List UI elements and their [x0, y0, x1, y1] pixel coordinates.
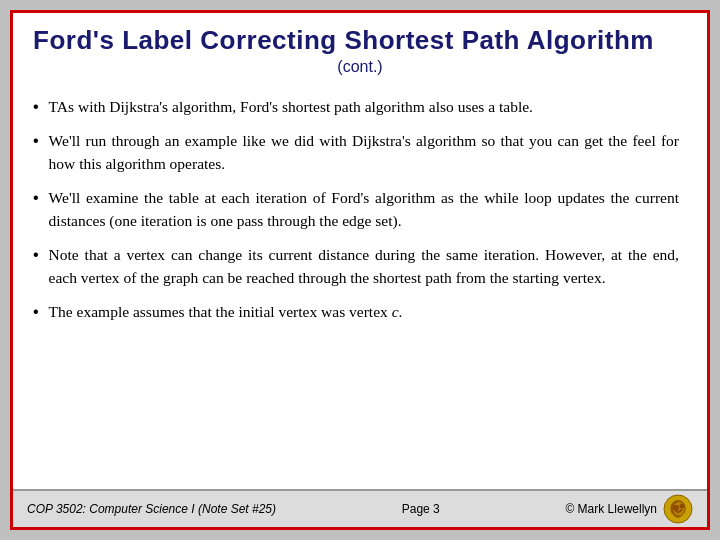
svg-point-2 [679, 504, 684, 509]
slide-header: Ford's Label Correcting Shortest Path Al… [13, 13, 707, 80]
footer-logo-icon [663, 494, 693, 524]
bullet-text-3: We'll examine the table at each iteratio… [49, 187, 679, 232]
slide: Ford's Label Correcting Shortest Path Al… [10, 10, 710, 530]
bullet-text-1: TAs with Dijkstra's algorithm, Ford's sh… [49, 96, 533, 118]
bullet-dot-3: • [33, 189, 39, 207]
slide-footer: COP 3502: Computer Science I (Note Set #… [13, 489, 707, 527]
bullet-item-3: • We'll examine the table at each iterat… [33, 187, 679, 232]
bullet-dot-2: • [33, 132, 39, 150]
bullet-text-4: Note that a vertex can change its curren… [49, 244, 679, 289]
slide-title: Ford's Label Correcting Shortest Path Al… [33, 25, 687, 56]
footer-copyright: © Mark Llewellyn [565, 502, 657, 516]
bullet-item-4: • Note that a vertex can change its curr… [33, 244, 679, 289]
footer-page: Page 3 [402, 502, 440, 516]
bullet-dot-1: • [33, 98, 39, 116]
svg-point-1 [673, 505, 679, 511]
bullet-text-5: The example assumes that the initial ver… [49, 301, 403, 323]
bullet-dot-5: • [33, 303, 39, 321]
footer-course-info: COP 3502: Computer Science I (Note Set #… [27, 502, 276, 516]
bullet-dot-4: • [33, 246, 39, 264]
footer-right: © Mark Llewellyn [565, 494, 693, 524]
bullet-text-2: We'll run through an example like we did… [49, 130, 679, 175]
bullet-item-2: • We'll run through an example like we d… [33, 130, 679, 175]
slide-content: • TAs with Dijkstra's algorithm, Ford's … [13, 80, 707, 489]
slide-subtitle: (cont.) [33, 58, 687, 76]
bullet-item-1: • TAs with Dijkstra's algorithm, Ford's … [33, 96, 679, 118]
bullet-item-5: • The example assumes that the initial v… [33, 301, 679, 323]
